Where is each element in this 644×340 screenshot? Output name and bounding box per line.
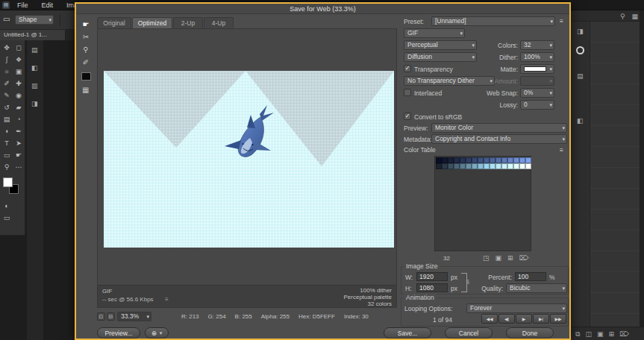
move-tool[interactable]: ✥ [1,42,13,54]
colors-select[interactable]: 32 ▾ [520,40,554,50]
interlaced-checkbox[interactable]: ✓ [404,89,411,96]
zoom-tool[interactable]: ⚲ [79,44,93,55]
snap-web-palette-icon[interactable]: ◳ [483,254,490,262]
right-dock-scrollbar[interactable] [640,10,644,340]
color-swatch[interactable] [448,163,454,169]
workspace-switcher-icon[interactable]: ▦ [631,11,638,22]
search-icon[interactable]: ⚲ [620,11,625,22]
add-color-icon[interactable]: ⊞ [507,254,513,262]
delete-color-icon[interactable]: ⌦ [519,254,529,262]
color-swatch[interactable] [436,157,442,163]
type-tool[interactable]: T [1,137,13,149]
edit-toolbar-button[interactable]: ⋯ [13,161,25,173]
clone-stamp-tool[interactable]: ◉ [13,89,25,101]
color-swatch[interactable] [466,163,472,169]
convert-srgb-checkbox[interactable]: ✓ [404,113,411,120]
color-swatch[interactable] [507,157,513,163]
dock-panel-icon-2[interactable]: ◧ [31,63,38,73]
color-swatch[interactable] [460,157,466,163]
optimized-preview-image[interactable] [104,71,394,248]
color-swatch[interactable] [495,157,501,163]
preview-in-browser-button[interactable]: Preview... [97,327,140,339]
color-swatch[interactable] [501,163,507,169]
color-swatch[interactable] [525,157,531,163]
color-swatch[interactable] [484,163,490,169]
foreground-color-swatch[interactable] [3,177,13,187]
menu-file[interactable]: File [10,0,35,10]
color-swatch[interactable] [454,157,460,163]
color-swatch[interactable] [436,163,442,169]
dither-select[interactable]: 100% ▾ [520,52,554,62]
palette-select[interactable]: Perceptual ▾ [404,40,477,50]
quality-select[interactable]: Bicubic ▾ [506,283,567,293]
panel-icon-swatches[interactable]: ▤ [577,71,584,81]
dialog-eyedropper-color-swatch[interactable] [81,72,91,81]
color-swatch[interactable] [460,163,466,169]
lasso-tool[interactable]: ʃ [1,54,13,66]
done-button[interactable]: Done [506,327,554,339]
brush-tool[interactable]: ✎ [1,89,13,101]
dither-method-select[interactable]: Diffusion ▾ [404,52,477,62]
first-frame-button[interactable]: ◀◀ [481,314,498,324]
web-snap-select[interactable]: 0% ▾ [520,88,554,98]
color-swatch[interactable] [442,163,448,169]
rate-menu-icon[interactable]: ≡ [165,296,169,303]
dock-panel-icon-3[interactable]: ▥ [31,81,38,91]
preset-select[interactable]: [Unnamed] ▾ [431,16,555,26]
quick-selection-tool[interactable]: ❖ [13,54,25,66]
play-button[interactable]: ▶ [516,314,532,324]
preset-menu-icon[interactable]: ≡ [560,17,563,25]
color-swatch[interactable] [525,163,531,169]
menu-edit[interactable]: Edit [35,0,60,10]
prev-frame-button[interactable]: ◀| [498,314,515,324]
delete-layer-icon[interactable]: ⌦ [619,329,629,339]
slice-select-tool[interactable]: ✂ [79,31,93,42]
history-brush-tool[interactable]: ↺ [1,101,13,113]
color-swatch[interactable] [490,157,495,163]
toggle-slices-visibility-icon[interactable]: ▦ [82,86,89,94]
add-mask-icon[interactable]: ▣ [597,329,604,339]
crop-tool[interactable]: ⌗ [1,66,13,78]
layer-style-icon[interactable]: ◫ [585,329,592,339]
tab-original[interactable]: Original [97,17,131,28]
color-swatch[interactable] [519,163,525,169]
color-swatch[interactable] [507,163,513,169]
transparency-checkbox[interactable]: ✓ [404,65,411,72]
lock-color-icon[interactable]: ▣ [495,254,502,262]
path-selection-tool[interactable]: ➤ [13,137,25,149]
color-swatch[interactable] [466,157,472,163]
link-layers-icon[interactable]: ⧉ [575,329,580,339]
quick-mask-icon[interactable]: ◐ [1,200,13,212]
color-swatch[interactable] [495,163,501,169]
color-swatch[interactable] [478,163,484,169]
format-select[interactable]: GIF ▾ [404,28,465,38]
color-swatch[interactable] [519,157,525,163]
hand-tool[interactable]: ☛ [79,19,93,30]
zoom-tool[interactable]: ⚲ [1,161,13,173]
eyedropper-tool[interactable]: ✐ [1,78,13,89]
preview-mode-select[interactable]: Monitor Color ▾ [431,123,567,133]
hand-tool[interactable]: ☛ [13,149,25,161]
color-swatch[interactable] [442,157,448,163]
document-tab[interactable]: Untitled-1 @ 1... [0,30,66,40]
color-swatch[interactable] [513,157,519,163]
preview-option-button-1[interactable]: ⊡ [97,312,105,321]
pen-tool[interactable]: ✒ [13,125,25,137]
color-swatch[interactable] [448,157,454,163]
color-swatch[interactable] [454,163,460,169]
color-swatch[interactable] [513,163,519,169]
tool-mode-select[interactable]: Shape ▾ [15,15,54,25]
color-swatch[interactable] [490,163,495,169]
width-input[interactable] [416,272,448,281]
marquee-tool[interactable]: ◻ [13,42,25,54]
last-frame-button[interactable]: ▶▶ [550,314,566,324]
dock-panel-icon-4[interactable]: ◨ [31,98,38,109]
frame-tool[interactable]: ▣ [13,66,25,78]
rectangle-tool[interactable]: ▭ [1,149,13,161]
height-input[interactable] [416,283,448,292]
new-layer-icon[interactable]: ⊞ [608,329,614,339]
eyedropper-tool[interactable]: ✐ [79,57,93,68]
save-button[interactable]: Save... [384,327,431,339]
lossy-select[interactable]: 0 ▾ [520,100,554,110]
screen-mode-icon[interactable]: ▭ [1,212,13,224]
